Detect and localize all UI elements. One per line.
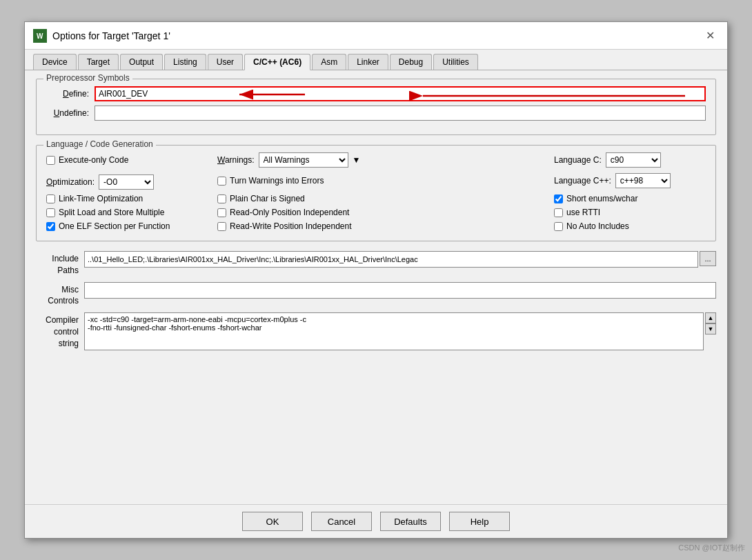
mid-col: Warnings: All Warnings No Warnings Unspe… (204, 152, 548, 168)
close-button[interactable]: ✕ (702, 28, 719, 43)
misc-controls-row: MiscControls (36, 282, 716, 308)
one-elf-checkbox[interactable] (46, 222, 55, 231)
split-load-checkbox[interactable] (46, 208, 55, 217)
execute-only-checkbox[interactable] (46, 156, 55, 165)
svg-text:W: W (37, 32, 43, 40)
split-load-label: Split Load and Store Multiple (59, 208, 164, 217)
undefine-label: Undefine: (46, 108, 95, 118)
use-rtti-label: use RTTI (566, 208, 600, 217)
undefine-row: Undefine: (46, 106, 706, 121)
help-button[interactable]: Help (449, 512, 510, 531)
language-c-select[interactable]: c90 c99 c11 (606, 152, 661, 168)
read-write-pos-label: Read-Write Position Independent (230, 221, 352, 231)
tab-output[interactable]: Output (120, 54, 163, 70)
plain-char-checkbox[interactable] (217, 194, 226, 203)
mid-col-2: Turn Warnings into Errors (204, 176, 548, 186)
include-paths-label: IncludePaths (36, 251, 84, 277)
define-input[interactable] (95, 86, 706, 101)
turn-warnings-label: Turn Warnings into Errors (230, 176, 324, 186)
use-rtti-checkbox[interactable] (554, 208, 563, 217)
defaults-button[interactable]: Defaults (380, 512, 441, 531)
tab-asm[interactable]: Asm (312, 54, 346, 70)
misc-controls-input[interactable] (84, 282, 716, 299)
optimization-row: Optimization: -O0 -O1 -O2 -O3 -Os (46, 174, 198, 190)
compiler-label: Compilercontrolstring (36, 312, 84, 349)
read-only-pos-checkbox[interactable] (217, 208, 226, 217)
execute-only-label: Execute-only Code (59, 155, 128, 165)
optimization-select[interactable]: -O0 -O1 -O2 -O3 -Os (99, 174, 154, 190)
language-cpp-select[interactable]: c++98 c++11 c++14 c++17 (615, 173, 671, 188)
tab-device[interactable]: Device (33, 54, 77, 70)
ok-button[interactable]: OK (242, 512, 303, 531)
tab-target[interactable]: Target (78, 54, 119, 70)
split-load-row: Split Load and Store Multiple (46, 208, 198, 217)
tab-debug[interactable]: Debug (390, 54, 432, 70)
right-col-2: Language C++: c++98 c++11 c++14 c++17 (554, 173, 706, 188)
tab-bar: Device Target Output Listing User C/C++ … (25, 50, 727, 70)
undefine-input[interactable] (95, 106, 706, 121)
read-only-pos-label: Read-Only Position Independent (230, 208, 349, 217)
language-cpp-label: Language C++: (554, 176, 611, 186)
right-col-3: Short enums/wchar (554, 194, 706, 203)
mid-col-3: Plain Char is Signed (204, 194, 548, 203)
tab-cpp[interactable]: C/C++ (AC6) (244, 54, 310, 70)
language-c-row: Language C: c90 c99 c11 (554, 152, 706, 168)
plain-char-row: Plain Char is Signed (217, 194, 535, 203)
turn-warnings-row: Turn Warnings into Errors (217, 176, 535, 186)
use-rtti-row: use RTTI (554, 208, 706, 217)
right-col: Language C: c90 c99 c11 (554, 152, 706, 168)
language-group-label: Language / Code Generation (43, 139, 156, 149)
short-enums-checkbox[interactable] (554, 194, 563, 203)
dialog-title: Options for Target 'Target 1' (52, 30, 170, 41)
optimization-label: Optimization: (46, 177, 95, 187)
app-icon: W (33, 29, 47, 43)
read-only-pos-row: Read-Only Position Independent (217, 208, 535, 217)
dialog: W Options for Target 'Target 1' ✕ Device… (24, 21, 728, 539)
left-col-3: Link-Time Optimization (46, 194, 198, 203)
warnings-select[interactable]: All Warnings No Warnings Unspecified (259, 152, 348, 168)
one-elf-label: One ELF Section per Function (59, 221, 170, 231)
include-paths-browse-button[interactable]: ... (700, 251, 716, 266)
misc-controls-label: MiscControls (36, 282, 84, 308)
left-col-5: One ELF Section per Function (46, 221, 198, 231)
define-row: Define: (46, 86, 706, 101)
compiler-scrollbar: ▲ ▼ (705, 312, 716, 334)
left-col-2: Optimization: -O0 -O1 -O2 -O3 -Os (46, 172, 198, 190)
warnings-arrow-icon: ▼ (353, 155, 361, 165)
mid-col-5: Read-Write Position Independent (204, 221, 548, 231)
right-col-4: use RTTI (554, 208, 706, 217)
link-time-opt-checkbox[interactable] (46, 194, 55, 203)
no-auto-includes-row: No Auto Includes (554, 221, 706, 231)
watermark: CSDN @IOT赵制作 (678, 543, 745, 553)
tab-listing[interactable]: Listing (164, 54, 206, 70)
no-auto-includes-label: No Auto Includes (566, 221, 629, 231)
define-label: Define: (46, 89, 95, 99)
short-enums-row: Short enums/wchar (554, 194, 706, 203)
no-auto-includes-checkbox[interactable] (554, 222, 563, 231)
tab-utilities[interactable]: Utilities (433, 54, 478, 70)
scroll-up-button[interactable]: ▲ (705, 312, 716, 323)
warnings-label: Warnings: (217, 155, 255, 165)
left-col: Execute-only Code (46, 155, 198, 165)
compiler-textarea[interactable]: -xc -std=c90 -target=arm-arm-none-eabi -… (84, 312, 704, 350)
plain-char-label: Plain Char is Signed (230, 194, 305, 203)
cancel-button[interactable]: Cancel (311, 512, 372, 531)
include-paths-input[interactable] (84, 251, 698, 268)
bottom-bar: OK Cancel Defaults Help (25, 504, 727, 538)
scroll-down-button[interactable]: ▼ (705, 323, 716, 334)
title-bar-left: W Options for Target 'Target 1' (33, 29, 170, 43)
tab-linker[interactable]: Linker (348, 54, 388, 70)
link-time-opt-row: Link-Time Optimization (46, 194, 198, 203)
one-elf-row: One ELF Section per Function (46, 221, 198, 231)
link-time-opt-label: Link-Time Optimization (59, 194, 143, 203)
language-c-label: Language C: (554, 155, 602, 165)
content-area: Preprocessor Symbols Define: (25, 70, 727, 504)
read-write-pos-checkbox[interactable] (217, 222, 226, 231)
read-write-pos-row: Read-Write Position Independent (217, 221, 535, 231)
turn-warnings-checkbox[interactable] (217, 177, 226, 186)
tab-user[interactable]: User (208, 54, 243, 70)
title-bar: W Options for Target 'Target 1' ✕ (25, 22, 727, 50)
include-paths-row: IncludePaths ... (36, 251, 716, 277)
mid-col-4: Read-Only Position Independent (204, 208, 548, 217)
preprocessor-group-label: Preprocessor Symbols (43, 73, 132, 83)
